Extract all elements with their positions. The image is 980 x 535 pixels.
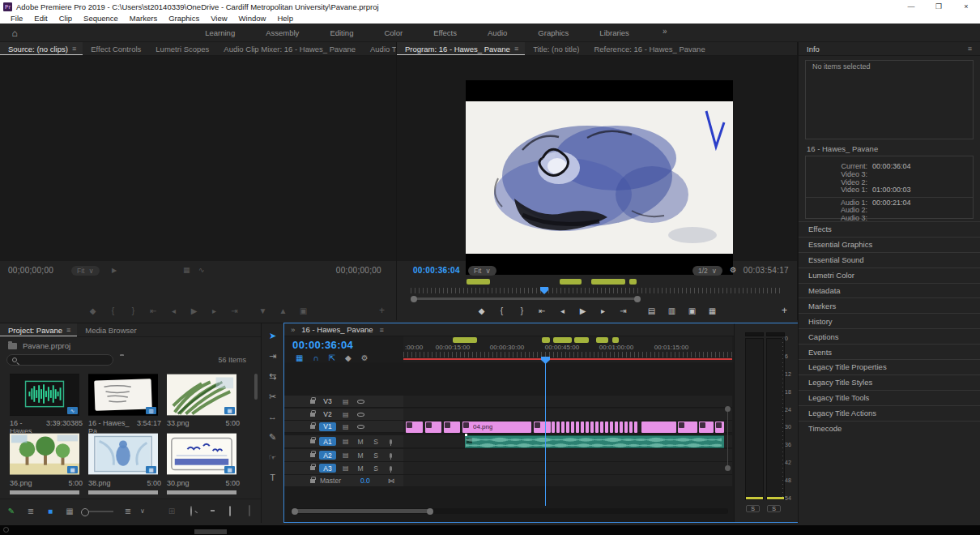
add-marker-button[interactable]: ◆ xyxy=(477,306,487,315)
sequence-marker[interactable] xyxy=(453,337,477,343)
video-clip-04.png[interactable]: 04.png xyxy=(462,422,531,433)
icon-view-button[interactable]: ■ xyxy=(45,507,55,516)
mark-out-button[interactable]: } xyxy=(129,306,138,315)
timeline-ruler[interactable]: :00:0000:00:15:0000:00:30:0000:00:45:000… xyxy=(403,336,732,362)
track-header-v3[interactable]: V3▤ xyxy=(284,396,403,408)
track-badge-v1[interactable]: V1 xyxy=(319,422,336,431)
track-lane-master[interactable] xyxy=(403,475,732,487)
project-item-thumbnail[interactable]: ▦ xyxy=(88,433,158,475)
close-button[interactable]: × xyxy=(952,0,980,13)
video-clip[interactable] xyxy=(600,422,603,433)
workspace-tab-color[interactable]: Color xyxy=(379,27,407,39)
project-scrollbar[interactable] xyxy=(254,374,258,400)
panel-menu-icon[interactable]: ≡ xyxy=(968,45,972,53)
ripple-edit-tool[interactable]: ⇆ xyxy=(266,370,280,382)
workspace-tab-graphics[interactable]: Graphics xyxy=(533,27,573,39)
video-clip[interactable] xyxy=(534,422,551,433)
timeline-horizontal-scrollbar[interactable] xyxy=(291,508,728,514)
scrollbar-thumb[interactable] xyxy=(292,509,432,513)
workspace-tab-editing[interactable]: Editing xyxy=(325,27,358,39)
panel-tab-legacy-title-actions[interactable]: Legacy Title Actions xyxy=(799,405,980,421)
wrench-icon[interactable]: ⚙ xyxy=(730,266,736,274)
sequence-marker[interactable] xyxy=(467,279,490,285)
track-header-a1[interactable]: A1▤MS xyxy=(284,435,403,448)
sequence-marker[interactable] xyxy=(542,337,550,343)
video-clip[interactable] xyxy=(595,422,599,433)
pen-tool[interactable]: ✎ xyxy=(266,431,280,443)
video-clip[interactable] xyxy=(571,422,574,433)
source-button-editor[interactable]: + xyxy=(379,305,385,316)
panel-menu-icon[interactable]: ≡ xyxy=(380,326,384,334)
nest-toggle[interactable]: ▦ xyxy=(296,353,303,362)
video-clip[interactable] xyxy=(576,422,579,433)
workspace-tab-learning[interactable]: Learning xyxy=(200,27,240,39)
project-writable-icon[interactable]: ✎ xyxy=(6,507,16,516)
program-tab[interactable]: Reference: 16 - Hawes_ Pavane xyxy=(586,42,711,56)
panel-menu-icon[interactable]: ≡ xyxy=(514,45,518,53)
panel-tab-effects[interactable]: Effects xyxy=(799,221,980,237)
type-tool[interactable]: T xyxy=(266,472,280,483)
timeline-settings-button[interactable]: ⚙ xyxy=(361,353,369,362)
workspace-tab-effects[interactable]: Effects xyxy=(428,27,462,39)
track-badge-v2[interactable]: V2 xyxy=(319,410,336,419)
program-monitor-viewport[interactable] xyxy=(397,56,797,261)
video-clip[interactable] xyxy=(629,422,633,433)
breadcrumb[interactable]: Pavane.prproj xyxy=(8,341,70,350)
solo-left-button[interactable]: S xyxy=(746,505,760,512)
step-back-button[interactable]: ◂ xyxy=(558,306,568,315)
track-header-a3[interactable]: A3▤MS xyxy=(284,462,403,475)
panel-tab-essential-graphics[interactable]: Essential Graphics xyxy=(799,237,980,252)
mute-button[interactable]: M xyxy=(357,464,364,473)
video-clip[interactable] xyxy=(590,422,594,433)
eye-icon[interactable] xyxy=(357,400,364,404)
workspace-overflow-button[interactable]: » xyxy=(663,27,667,36)
panel-menu-icon[interactable]: ≡ xyxy=(72,45,76,53)
track-lane-a2[interactable] xyxy=(403,449,732,462)
mark-in-button[interactable]: { xyxy=(109,306,118,315)
play-button[interactable]: ▶ xyxy=(578,306,588,315)
sync-lock-icon[interactable]: ▤ xyxy=(343,411,349,418)
lock-icon[interactable] xyxy=(310,439,315,443)
sync-lock-icon[interactable]: ▤ xyxy=(343,452,349,459)
go-to-out-button[interactable]: ⇥ xyxy=(619,306,628,315)
mark-out-button[interactable]: } xyxy=(518,306,527,315)
panel-tab-markers[interactable]: Markers xyxy=(799,297,980,313)
sequence-marker[interactable] xyxy=(629,279,637,285)
add-marker-button[interactable]: ◆ xyxy=(88,306,98,315)
track-header-v2[interactable]: V2▤ xyxy=(284,409,403,421)
solo-button[interactable]: S xyxy=(373,452,380,460)
video-clip[interactable] xyxy=(425,422,441,433)
program-video-frame[interactable] xyxy=(466,80,733,275)
panel-tab-metadata[interactable]: Metadata xyxy=(799,283,980,298)
workspace-tab-assembly[interactable]: Assembly xyxy=(261,27,304,39)
menu-item-graphics[interactable]: Graphics xyxy=(163,14,205,23)
panel-tab-timecode[interactable]: Timecode xyxy=(799,421,980,436)
find-button[interactable] xyxy=(186,507,196,516)
restore-button[interactable]: ❐ xyxy=(925,0,952,13)
audio-clip[interactable] xyxy=(465,435,724,448)
home-icon[interactable]: ⌂ xyxy=(8,27,21,39)
menu-item-clip[interactable]: Clip xyxy=(53,14,78,23)
project-item-thumbnail[interactable]: ▦ xyxy=(10,433,79,475)
step-forward-button[interactable]: ▸ xyxy=(599,306,608,315)
program-timecode-current[interactable]: 00:00:36:04 xyxy=(413,266,460,275)
project-item-thumbnail[interactable]: ▦ xyxy=(167,433,236,475)
comparison-view-button[interactable]: ▦ xyxy=(708,306,718,315)
track-badge-v3[interactable]: V3 xyxy=(319,397,336,406)
video-clip[interactable] xyxy=(615,422,618,433)
sequence-marker[interactable] xyxy=(596,337,608,343)
overwrite-button[interactable]: ▲ xyxy=(279,306,288,315)
snap-toggle[interactable]: ∩ xyxy=(313,353,318,362)
minimize-button[interactable]: — xyxy=(897,0,925,13)
video-clip[interactable] xyxy=(406,422,423,433)
eye-icon[interactable] xyxy=(357,425,364,429)
list-view-button[interactable]: ≣ xyxy=(26,507,36,516)
track-header-v1[interactable]: V1▤ xyxy=(284,421,403,433)
mic-icon[interactable] xyxy=(390,453,392,458)
source-fit-dropdown[interactable]: Fit ∨ xyxy=(71,266,100,276)
search-input[interactable] xyxy=(21,355,102,365)
video-clip[interactable] xyxy=(678,422,697,433)
play-button[interactable]: ▶ xyxy=(190,306,199,315)
drag-audio-icon[interactable]: ∿ xyxy=(198,266,205,274)
sync-lock-icon[interactable]: ▤ xyxy=(343,398,349,405)
